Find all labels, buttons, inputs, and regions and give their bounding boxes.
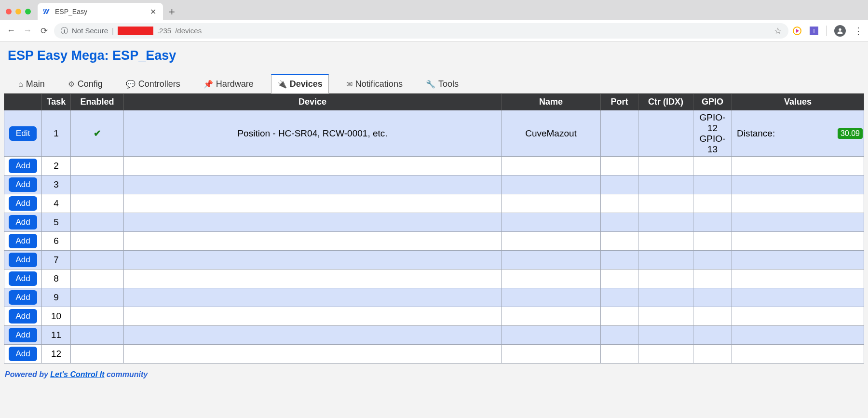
device-cell: [124, 326, 502, 345]
forward-button[interactable]: →: [21, 26, 34, 36]
minimize-window-icon[interactable]: [15, 9, 21, 14]
ctr-cell: [638, 251, 693, 270]
add-button[interactable]: Add: [9, 215, 37, 229]
browser-tab[interactable]: ESP_Easy ✕: [38, 3, 163, 20]
gpio-cell: [693, 213, 732, 232]
task-cell: 11: [42, 326, 71, 345]
enabled-cell: [71, 288, 124, 307]
reload-button[interactable]: ⟳: [38, 26, 50, 36]
add-button[interactable]: Add: [9, 328, 37, 342]
gpio-cell: GPIO-12GPIO-13: [693, 110, 732, 157]
enabled-cell: [71, 157, 124, 175]
footer-link[interactable]: Let's Control It: [50, 370, 104, 378]
table-row: Add7: [4, 251, 864, 270]
close-window-icon[interactable]: [6, 9, 12, 14]
ctr-cell: [638, 307, 693, 326]
gpio-cell: [693, 194, 732, 213]
task-cell: 9: [42, 288, 71, 307]
enabled-cell: [71, 175, 124, 194]
ctr-cell: [638, 175, 693, 194]
page-title: ESP Easy Mega: ESP_Easy: [4, 48, 864, 63]
new-tab-button[interactable]: +: [169, 6, 175, 18]
add-button[interactable]: Add: [9, 271, 37, 286]
task-cell: 7: [42, 251, 71, 270]
ctr-cell: [638, 345, 693, 364]
tab-strip: ESP_Easy ✕ +: [0, 0, 868, 20]
tab-controllers[interactable]: 💬Controllers: [120, 75, 186, 93]
home-icon: ⌂: [18, 80, 23, 89]
add-button[interactable]: Add: [9, 290, 37, 305]
add-button[interactable]: Add: [9, 196, 37, 211]
device-cell: [124, 175, 502, 194]
name-cell: [502, 232, 601, 251]
th-gpio: GPIO: [693, 94, 732, 110]
maximize-window-icon[interactable]: [25, 9, 31, 14]
gpio-cell: [693, 270, 732, 288]
enabled-cell: [71, 270, 124, 288]
extension-1-icon[interactable]: [792, 26, 802, 36]
enabled-cell: [71, 232, 124, 251]
device-cell: [124, 251, 502, 270]
task-cell: 10: [42, 307, 71, 326]
browser-menu-icon[interactable]: ⋮: [854, 25, 863, 37]
values-cell: [732, 251, 864, 270]
table-row: Add9: [4, 288, 864, 307]
th-ctr: Ctr (IDX): [638, 94, 693, 110]
values-cell: [732, 213, 864, 232]
address-bar: ← → ⟳ i Not Secure | .235/devices ☆ I ⋮: [0, 20, 868, 41]
table-row: Add8: [4, 270, 864, 288]
bookmark-star-icon[interactable]: ☆: [774, 26, 782, 36]
add-button[interactable]: Add: [9, 177, 37, 192]
window-controls[interactable]: [6, 9, 31, 14]
values-cell: [732, 345, 864, 364]
edit-button[interactable]: Edit: [9, 126, 37, 141]
tab-main[interactable]: ⌂Main: [13, 75, 51, 93]
tab-label: Tools: [438, 79, 459, 89]
chat-icon: 💬: [126, 80, 136, 89]
tab-notifications[interactable]: ✉Notifications: [340, 75, 408, 93]
th-port: Port: [601, 94, 638, 110]
browser-chrome: ESP_Easy ✕ + ← → ⟳ i Not Secure | .235/d…: [0, 0, 868, 41]
value-label: Distance:: [737, 128, 775, 138]
enabled-cell: [71, 345, 124, 364]
port-cell: [601, 288, 638, 307]
th-enabled: Enabled: [71, 94, 124, 110]
task-cell: 5: [42, 213, 71, 232]
add-button[interactable]: Add: [9, 309, 37, 324]
back-button[interactable]: ←: [5, 26, 17, 36]
name-cell: [502, 270, 601, 288]
device-cell: [124, 213, 502, 232]
values-cell: [732, 157, 864, 175]
device-cell: [124, 194, 502, 213]
port-cell: [601, 175, 638, 194]
footer-suffix: community: [105, 370, 148, 378]
tab-hardware[interactable]: 📌Hardware: [198, 75, 259, 93]
tab-tools[interactable]: 🔧Tools: [420, 75, 464, 93]
tab-label: Notifications: [355, 79, 403, 89]
add-button[interactable]: Add: [9, 253, 37, 267]
device-cell: Position - HC-SR04, RCW-0001, etc.: [124, 110, 502, 157]
tab-config[interactable]: ⚙Config: [62, 75, 108, 93]
gpio-cell: [693, 326, 732, 345]
name-cell: [502, 213, 601, 232]
task-cell: 3: [42, 175, 71, 194]
envelope-icon: ✉: [346, 80, 353, 89]
add-button[interactable]: Add: [9, 159, 37, 173]
th-task: Task: [42, 94, 71, 110]
enabled-cell: ✔: [71, 110, 124, 157]
profile-avatar-icon[interactable]: [834, 25, 846, 37]
table-row: Edit1✔Position - HC-SR04, RCW-0001, etc.…: [4, 110, 864, 157]
extension-2-icon[interactable]: I: [810, 27, 818, 35]
tab-close-icon[interactable]: ✕: [149, 7, 157, 16]
table-row: Add3: [4, 175, 864, 194]
name-cell: [502, 251, 601, 270]
footer-prefix: Powered by: [5, 370, 50, 378]
add-button[interactable]: Add: [9, 234, 37, 248]
gpio-cell: [693, 251, 732, 270]
ctr-cell: [638, 213, 693, 232]
omnibox[interactable]: i Not Secure | .235/devices ☆: [54, 23, 788, 39]
site-info-icon[interactable]: i: [61, 27, 68, 34]
tab-devices[interactable]: 🔌Devices: [271, 74, 329, 94]
add-button[interactable]: Add: [9, 347, 37, 361]
table-row: Add10: [4, 307, 864, 326]
